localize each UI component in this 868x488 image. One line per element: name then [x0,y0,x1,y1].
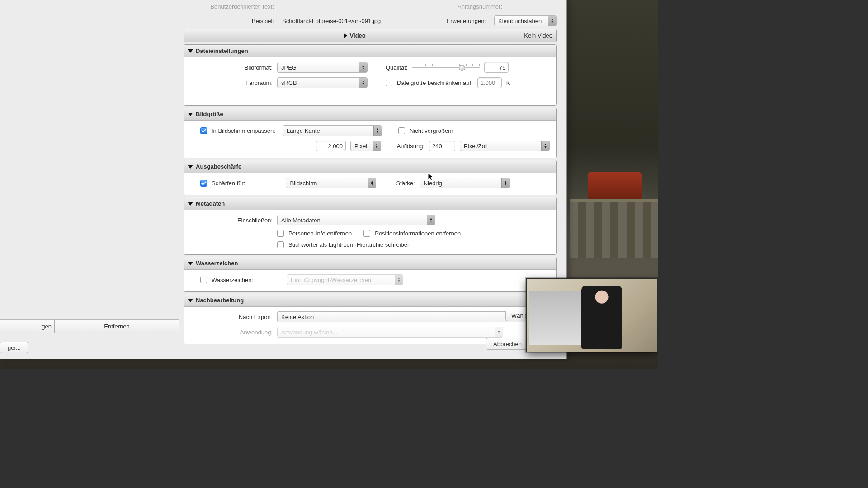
resize-mode-select[interactable]: Lange Kante▲▼ [283,125,382,136]
stepper-icon: ▲▼ [359,78,367,88]
stepper-icon: ▲▼ [501,178,509,188]
no-enlarge-checkbox[interactable] [398,127,405,134]
preset-sidebar [0,0,179,337]
section-video-header[interactable]: Video Kein Video [184,29,556,42]
section-file-header[interactable]: Dateieinstellungen [184,45,556,57]
sharpen-checkbox[interactable] [200,180,207,187]
resolution-input[interactable] [429,141,455,151]
stepper-icon: ▲▼ [541,141,549,151]
colorspace-label: Farbraum: [190,80,273,86]
stepper-icon: ▲▼ [548,16,556,26]
section-sharpen-title: Ausgabeschärfe [196,163,241,170]
keyword-hierarchy-label: Stichwörter als Lightroom-Hierarchie sch… [288,241,410,248]
no-enlarge-label: Nicht vergrößern [410,127,453,134]
disclosure-down-icon [188,262,193,265]
example-label: Beispiel: [184,18,274,24]
stepper-icon: ▲▼ [427,215,435,225]
webcam-person [581,286,622,349]
keyword-hierarchy-checkbox[interactable] [277,241,284,248]
extensions-value: Kleinbuchstaben [495,18,548,24]
section-file-settings: Dateieinstellungen Bildformat: JPEG▲▼ Qu… [184,44,557,106]
sharpen-for-select[interactable]: Bildschirm▲▼ [286,178,376,188]
dimension-unit-select[interactable]: Pixel▲▼ [350,141,381,151]
remove-location-checkbox[interactable] [363,230,370,237]
section-size-title: Bildgröße [196,111,223,117]
choose-application-label: Wähle [511,312,528,319]
section-watermark-title: Wasserzeichen [196,260,238,267]
limit-filesize-input[interactable] [477,77,502,88]
disclosure-down-icon [188,165,193,169]
add-preset-button[interactable]: gen [0,319,55,333]
section-video-status: Kein Video [524,32,552,39]
remove-location-label: Positionsinformationen entfernen [375,230,461,237]
webcam-overlay [526,278,658,352]
resolution-unit-value: Pixel/Zoll [460,143,541,150]
metadata-include-value: Alle Metadaten [278,217,427,224]
remove-preset-label: Entfernen [104,323,129,330]
resolution-unit-select[interactable]: Pixel/Zoll▲▼ [460,141,550,151]
dropdown-icon: ▼ [495,327,503,337]
add-preset-label: gen [42,323,52,330]
section-post-header[interactable]: Nachbearbeitung [184,294,556,307]
watermark-label: Wasserzeichen: [212,277,253,283]
quality-slider[interactable] [412,63,480,72]
limit-filesize-label: Dateigröße beschränken auf: [397,80,473,86]
image-format-label: Bildformat: [190,64,273,71]
start-number-label: Anfangsnummer: [458,3,502,10]
watermark-checkbox[interactable] [200,277,207,283]
limit-filesize-unit: K [506,80,510,86]
image-format-select[interactable]: JPEG▲▼ [277,62,368,73]
disclosure-down-icon [188,202,193,206]
stepper-icon: ▲▼ [373,126,382,136]
naming-remainder: Benutzerdefinierter Text: Anfangsnummer:… [184,0,557,27]
export-dialog: gen Entfernen ger... Benutzerdefinierter… [0,0,567,359]
section-video-title: Video [350,32,366,39]
metadata-include-select[interactable]: Alle Metadaten▲▼ [277,215,435,225]
section-watermark-header[interactable]: Wasserzeichen [184,257,556,270]
stepper-icon: ▲▼ [395,275,403,285]
stepper-icon: ▲▼ [359,62,367,72]
resize-label: In Bildschirm einpassen: [212,127,275,134]
colorspace-value: sRGB [278,80,359,86]
section-file-title: Dateieinstellungen [196,47,248,54]
disclosure-down-icon [188,113,193,116]
watermark-value: Einf. Copyright-Wasserzeichen [287,277,395,283]
slider-knob[interactable] [459,65,465,71]
cancel-button[interactable]: Abbrechen [486,338,529,350]
application-select: Anwendung wählen...▼ [277,327,503,338]
metadata-include-label: Einschließen: [190,217,273,224]
example-filename: Schottland-Fotoreise-001-von-091.jpg [282,18,381,24]
sharpen-amount-label: Stärke: [396,180,415,187]
resize-checkbox[interactable] [200,127,207,134]
remove-person-checkbox[interactable] [277,230,284,237]
section-sharpen-header[interactable]: Ausgabeschärfe [184,160,556,173]
sharpen-amount-select[interactable]: Niedrig▲▼ [420,178,510,188]
dimension-input[interactable] [316,141,346,151]
plugin-manager-button[interactable]: ger... [0,342,28,353]
application-placeholder: Anwendung wählen... [278,329,495,336]
remove-preset-button[interactable]: Entfernen [55,319,179,333]
remove-person-label: Personen-Info entfernen [288,230,352,237]
limit-filesize-checkbox[interactable] [386,80,392,86]
extensions-select[interactable]: Kleinbuchstaben▲▼ [494,15,557,26]
application-label: Anwendung: [190,329,273,336]
section-metadata: Metadaten Einschließen: Alle Metadaten▲▼… [184,197,557,255]
section-meta-header[interactable]: Metadaten [184,197,556,210]
section-size-header[interactable]: Bildgröße [184,108,556,121]
section-post-processing: Nachbearbeitung Nach Export: Keine Aktio… [184,294,557,344]
quality-label: Qualität: [386,64,407,71]
extensions-label: Erweiterungen: [447,18,486,24]
disclosure-down-icon [188,299,193,302]
quality-input[interactable] [484,62,509,73]
dimension-unit-value: Pixel [351,143,373,150]
after-export-select[interactable]: Keine Aktion [277,311,525,322]
sharpen-for-value: Bildschirm [286,180,368,187]
colorspace-select[interactable]: sRGB▲▼ [277,77,368,88]
photo-car [588,172,642,199]
plugin-manager-label: ger... [8,344,21,351]
after-export-label: Nach Export: [190,314,273,320]
section-watermark: Wasserzeichen Wasserzeichen: Einf. Copyr… [184,257,557,292]
watermark-select: Einf. Copyright-Wasserzeichen▲▼ [287,274,403,285]
section-image-size: Bildgröße In Bildschirm einpassen: Lange… [184,108,557,158]
disclosure-down-icon [188,49,193,53]
